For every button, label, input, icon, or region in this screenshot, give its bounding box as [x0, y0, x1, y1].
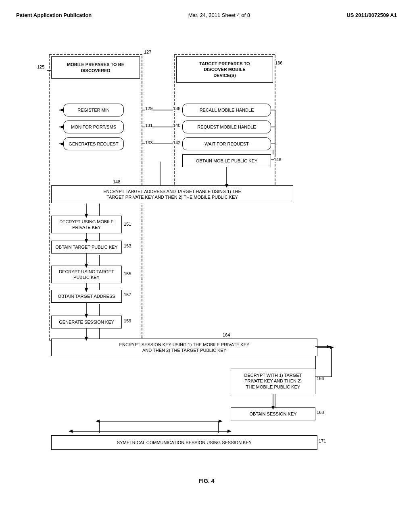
label-133: 133 — [145, 140, 152, 145]
label-125: 125 — [37, 64, 44, 69]
decrypt-mobile-private-box: DECRYPT USING MOBILE PRIVATE KEY — [51, 216, 122, 233]
svg-marker-28 — [219, 420, 223, 423]
label-159: 159 — [124, 318, 131, 323]
header-right: US 2011/0072509 A1 — [346, 12, 397, 18]
svg-marker-27 — [96, 420, 100, 423]
label-146: 146 — [274, 157, 281, 162]
wait-for-request-box: WAIT FOR REQUEST — [182, 137, 271, 150]
encrypt-target-box: ENCRYPT TARGET ADDRESS AND TARGET HANLE … — [51, 185, 293, 203]
generate-session-key-box: GENERATE SESSION KEY — [51, 316, 122, 328]
label-166: 166 — [317, 376, 324, 381]
obtain-session-key-box: OBTAIN SESSION KEY — [231, 407, 315, 420]
monitor-port-box: MONITOR PORT/SMS — [63, 121, 124, 133]
recall-mobile-handle-box: RECALL MOBILE HANDLE — [182, 104, 271, 116]
svg-marker-40 — [69, 430, 73, 433]
svg-marker-41 — [227, 430, 232, 433]
label-127: 127 — [144, 50, 151, 54]
encrypt-session-key-box: ENCRYPT SESSION KEY USING 1) THE MOBILE … — [51, 339, 317, 356]
decrypt-target-public-box: DECRYPT USING TARGET PUBLIC KEY — [51, 266, 122, 283]
fig-label: FIG. 4 — [16, 478, 397, 484]
svg-marker-38 — [327, 345, 331, 348]
mobile-prepares-box: MOBILE PREPARES TO BE DISCOVERED — [51, 56, 140, 79]
label-171: 171 — [319, 438, 326, 443]
label-151: 151 — [124, 222, 131, 227]
obtain-mobile-public-key-box: OBTAIN MOBILE PUBLIC KEY — [182, 154, 271, 167]
label-168: 168 — [317, 410, 324, 415]
label-153: 153 — [124, 243, 131, 248]
label-136: 136 — [275, 60, 282, 65]
label-155: 155 — [124, 271, 131, 276]
label-148: 148 — [113, 179, 120, 184]
obtain-target-public-key-box: OBTAIN TARGET PUBLIC KEY — [51, 241, 122, 254]
diagram-area: 125 127 MOBILE PREPARES TO BE DISCOVERED… — [25, 42, 388, 466]
header-center: Mar. 24, 2011 Sheet 4 of 8 — [188, 12, 250, 18]
obtain-target-address-box: OBTAIN TARGET ADDRESS — [51, 290, 122, 303]
page-header: Patent Application Publication Mar. 24, … — [16, 8, 397, 26]
arrow-right-encrypt — [315, 343, 332, 351]
generates-request-box: GENERATES REQUEST — [63, 137, 124, 150]
label-140: 140 — [173, 123, 180, 128]
label-164: 164 — [223, 332, 230, 337]
header-left: Patent Application Publication — [16, 12, 92, 18]
label-157: 157 — [124, 292, 131, 297]
register-min-box: REGISTER MIN — [63, 104, 124, 116]
label-131: 131 — [145, 123, 152, 128]
label-142: 142 — [173, 140, 180, 145]
symetrical-comm-box: SYMETRICAL COMMUNICATION SESSION USING S… — [51, 435, 317, 450]
request-mobile-handle-box: REQUEST MOBILE HANDLE — [182, 121, 271, 133]
bidirectional-arrow — [65, 427, 235, 435]
label-129: 129 — [145, 106, 152, 111]
target-prepares-box: TARGET PREPARES TO DISCOVER MOBILE DEVIC… — [176, 56, 273, 83]
decrypt-with-target-box: DECRYPT WITH 1) TARGET PRIVATE KEY AND T… — [231, 368, 315, 394]
label-138: 138 — [173, 106, 180, 111]
page: Patent Application Publication Mar. 24, … — [0, 0, 413, 532]
